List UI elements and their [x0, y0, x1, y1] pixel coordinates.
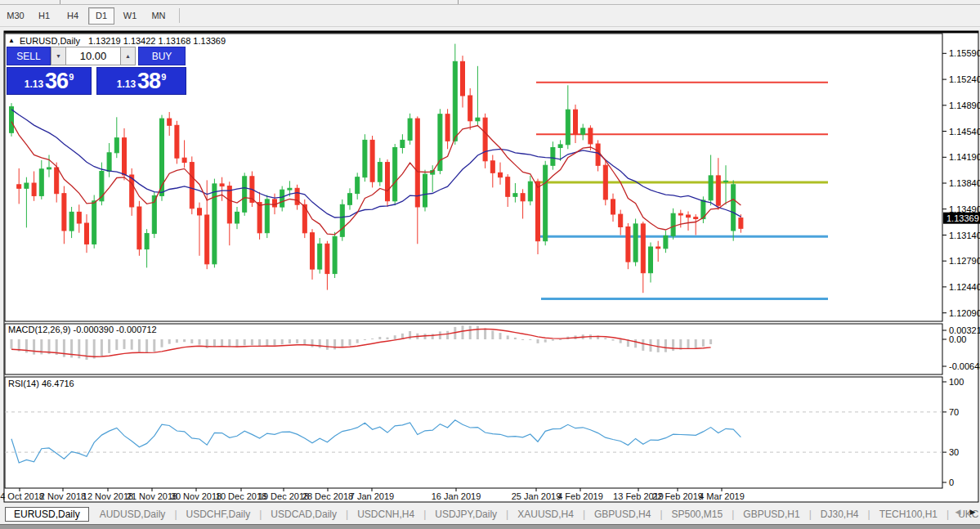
tab-usdjpy-daily[interactable]: USDJPY,Daily	[426, 507, 506, 522]
tab-usdchf-daily[interactable]: USDCHF,Daily	[177, 507, 260, 522]
tab-usdcad-daily[interactable]: USDCAD,Daily	[262, 507, 346, 522]
chart-tab-bar: EURUSD,DailyAUDUSD,Daily|USDCHF,Daily|US…	[0, 504, 980, 524]
svg-text:4 Feb 2019: 4 Feb 2019	[557, 491, 603, 501]
svg-text:1.15240: 1.15240	[949, 74, 980, 84]
svg-text:0: 0	[949, 477, 954, 487]
chart-ohlc-values: 1.13219 1.13422 1.13168 1.13369	[88, 36, 226, 46]
svg-text:25 Jan 2019: 25 Jan 2019	[512, 491, 562, 501]
tab-scroll-left-icon[interactable]: ◀	[953, 508, 963, 516]
rsi-indicator-name: RSI(14)	[8, 379, 39, 388]
svg-text:1.15590: 1.15590	[949, 48, 980, 58]
svg-text:4 Mar 2019: 4 Mar 2019	[699, 491, 745, 501]
svg-text:70: 70	[949, 407, 959, 417]
svg-text:1.14540: 1.14540	[949, 127, 980, 137]
bid-price-pip: 9	[69, 72, 74, 82]
tab-audusd-daily[interactable]: AUDUSD,Daily	[91, 507, 175, 522]
current-price-marker: 1.13369	[943, 213, 980, 224]
bid-price-big: 36	[45, 70, 68, 92]
svg-text:100: 100	[949, 377, 964, 387]
buy-button[interactable]: BUY	[138, 47, 186, 65]
macd-indicator-name: MACD(12,26,9)	[8, 325, 70, 334]
svg-text:1.12090: 1.12090	[949, 308, 980, 318]
chart-window	[4, 31, 978, 502]
svg-text:1.12440: 1.12440	[949, 282, 980, 292]
svg-text:30: 30	[949, 447, 959, 457]
rsi-indicator-value: 46.4716	[42, 379, 74, 388]
tab-gbpusd-h4[interactable]: GBPUSD,H4	[585, 507, 660, 522]
bid-price-panel[interactable]: 1.13 36 9	[7, 67, 92, 95]
sell-button[interactable]: SELL	[7, 47, 51, 65]
svg-text:7 Jan 2019: 7 Jan 2019	[350, 491, 394, 501]
ask-price-pip: 9	[161, 72, 166, 82]
svg-text:22 Feb 2019: 22 Feb 2019	[652, 491, 703, 501]
spin-up-icon: ▲	[125, 53, 131, 59]
ask-price-big: 38	[137, 70, 160, 92]
svg-text:28 Dec 2018: 28 Dec 2018	[302, 491, 353, 501]
tab-tech100-h1[interactable]: TECH100,H1	[870, 507, 946, 522]
svg-text:1.13369: 1.13369	[946, 213, 979, 223]
tab-dj30-h4[interactable]: DJ30,H4	[812, 507, 868, 522]
chart-symbol-label: EURUSD,Daily	[20, 36, 80, 46]
volume-decrease-button[interactable]: ▼	[51, 47, 66, 65]
volume-input[interactable]: 10.00	[66, 47, 120, 65]
ask-price-panel[interactable]: 1.13 38 9	[96, 67, 186, 95]
svg-text:1.13840: 1.13840	[949, 178, 980, 188]
ask-price-prefix: 1.13	[117, 76, 136, 92]
svg-text:1.13140: 1.13140	[949, 231, 980, 240]
tab-scroll-right-icon[interactable]: ▶	[968, 508, 978, 516]
tab-gbpusd-h1[interactable]: GBPUSD,H1	[734, 507, 808, 522]
spin-down-icon: ▼	[56, 53, 61, 59]
tab-eurusd-daily[interactable]: EURUSD,Daily	[5, 507, 89, 522]
svg-text:1.14890: 1.14890	[949, 101, 980, 110]
svg-text:1.14190: 1.14190	[949, 152, 980, 162]
svg-text:24 Oct 2018: 24 Oct 2018	[0, 491, 44, 501]
svg-text:-0.006485: -0.006485	[949, 361, 980, 371]
macd-pane-label: MACD(12,26,9) -0.000390 -0.000712	[8, 325, 157, 334]
tab-xauusd-h4[interactable]: XAUUSD,H4	[508, 507, 583, 522]
tab-usdcnh-h4[interactable]: USDCNH,H4	[348, 507, 423, 522]
bottom-scroll-strip[interactable]	[0, 524, 980, 529]
mt4-terminal: M30H1H4D1W1MN 1.155901.152401.148901.145…	[0, 0, 980, 529]
bid-price-prefix: 1.13	[25, 76, 43, 92]
macd-indicator-values: -0.000390 -0.000712	[73, 325, 156, 334]
symbol-direction-icon: ▲	[8, 37, 15, 44]
svg-text:2 Nov 2018: 2 Nov 2018	[40, 491, 86, 501]
svg-text:16 Jan 2019: 16 Jan 2019	[432, 491, 481, 501]
volume-increase-button[interactable]: ▲	[120, 47, 136, 65]
one-click-trading-widget: SELL ▼ 10.00 ▲ BUY 1.13 36 9 1.13 38 9	[7, 47, 186, 95]
svg-text:0.00: 0.00	[949, 334, 966, 344]
tab-sp500-m15[interactable]: SP500,M15	[663, 507, 732, 522]
chart-title: ▲ EURUSD,Daily 1.13219 1.13422 1.13168 1…	[8, 36, 226, 46]
svg-text:30 Nov 2018: 30 Nov 2018	[171, 491, 222, 501]
rsi-pane-label: RSI(14) 46.4716	[8, 379, 74, 388]
svg-text:1.12790: 1.12790	[949, 256, 980, 266]
